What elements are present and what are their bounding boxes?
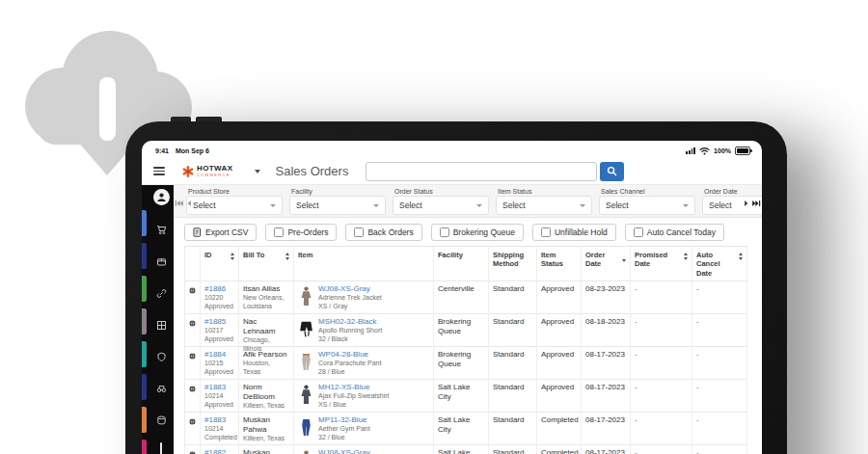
item-status-cell: Approved: [537, 347, 582, 380]
menu-icon[interactable]: [153, 167, 165, 175]
sidebar-item-cart[interactable]: [156, 214, 167, 246]
product-thumbnail: [298, 284, 313, 311]
product-store-select[interactable]: Select: [186, 196, 283, 215]
promised-date-cell: -: [631, 281, 692, 314]
table-row: #1884 10215 Approved Afik Pearson Housto…: [185, 347, 747, 380]
facility-cell: Centerville: [434, 281, 489, 314]
select-caret-icon: [270, 204, 276, 207]
order-status-select[interactable]: Select: [393, 196, 489, 215]
filter-product-store: Product Store Select: [186, 185, 283, 215]
header-promised-date[interactable]: Promised Date: [631, 247, 692, 280]
search-input[interactable]: [366, 162, 597, 181]
app-header: HOTWAX COMMERCE Sales Orders: [142, 158, 762, 185]
header-auto-cancel-date[interactable]: Auto Cancel Date: [692, 247, 747, 280]
skip-next-icon[interactable]: [752, 200, 761, 207]
table-row: #1883 10214 Approved Norm DeBloom Killee…: [185, 380, 747, 413]
order-id-link[interactable]: #1882: [204, 448, 234, 454]
table-row: #1882 10212 Completed Muskan Pahwa Jerse…: [185, 445, 747, 454]
bill-to-cell: Itsan Allias New Orleans, Louisiana: [239, 281, 294, 314]
auto-cancel-date-cell: -: [692, 413, 747, 446]
pre-orders-toggle[interactable]: Pre-Orders: [265, 224, 337, 241]
order-channel-cell: [185, 380, 201, 414]
dock-app-indicator: [142, 341, 147, 367]
sort-icon[interactable]: [285, 251, 289, 260]
item-status-cell: Completed: [537, 413, 582, 446]
shipping-method-cell: Standard: [489, 380, 537, 414]
product-sku-link[interactable]: MSH02-32-Black: [318, 317, 382, 327]
filter-item-status: Item Status Select: [496, 185, 592, 215]
globe-icon: [189, 450, 196, 454]
header-order-date[interactable]: Order Date: [582, 247, 631, 280]
shipping-method-cell: Standard: [489, 445, 537, 454]
sidebar-item-shield[interactable]: [156, 341, 167, 373]
dock-app-indicator: [142, 374, 147, 400]
order-id-link[interactable]: #1886: [204, 284, 234, 294]
filter-label: Order Date: [704, 188, 762, 195]
order-date-cell: 08-17-2023: [582, 380, 631, 414]
sales-channel-select[interactable]: Select: [599, 196, 695, 215]
search-button[interactable]: [600, 162, 624, 181]
sort-icon[interactable]: [684, 251, 688, 260]
filter-order-status: Order Status Select: [393, 185, 489, 215]
auto-cancel-today-toggle[interactable]: Auto Cancel Today: [625, 224, 724, 241]
back-orders-toggle[interactable]: Back Orders: [345, 224, 421, 241]
battery-percent: 100%: [714, 147, 731, 154]
header-shipping-method: Shipping Method: [489, 247, 537, 280]
order-id-link[interactable]: #1883: [204, 415, 234, 425]
order-id-link[interactable]: #1885: [204, 317, 234, 327]
export-csv-button[interactable]: Export CSV: [184, 224, 257, 241]
dock-app-indicator: [142, 210, 147, 236]
select-caret-icon: [580, 204, 585, 207]
sort-icon[interactable]: [231, 251, 234, 260]
auto-cancel-date-cell: -: [692, 347, 747, 380]
facility-select[interactable]: Select: [289, 196, 386, 215]
search-icon: [607, 166, 617, 176]
chevron-right-icon[interactable]: [744, 200, 749, 207]
product-sku-link[interactable]: WP04-28-Blue: [318, 350, 381, 360]
sidebar-item-grid[interactable]: [156, 309, 167, 341]
item-status-select[interactable]: Select: [496, 196, 592, 215]
sidebar-item-package[interactable]: [156, 246, 167, 278]
sidebar-item-database[interactable]: [156, 405, 167, 437]
auto-cancel-date-cell: -: [692, 281, 747, 314]
globe-icon: [189, 417, 196, 426]
header-item: Item: [294, 247, 434, 280]
page-background: 9:41 Mon Sep 6 100%: [0, 0, 868, 454]
sidebar-item-binoculars[interactable]: [156, 373, 167, 405]
sort-icon[interactable]: [739, 251, 743, 260]
filter-sales-channel: Sales Channel Select: [599, 185, 695, 215]
header-id[interactable]: ID: [201, 247, 239, 280]
logo-primary-text: HOTWAX: [197, 165, 233, 173]
item-status-cell: Approved: [537, 380, 582, 414]
user-avatar[interactable]: [153, 189, 170, 205]
app-switcher-caret-icon[interactable]: [255, 170, 260, 174]
item-status-cell: Approved: [537, 281, 582, 314]
orders-table: ID Bill To Item Facility Shipping Method…: [184, 246, 747, 454]
sidebar-item-link[interactable]: [156, 278, 167, 309]
hotwax-flower-icon: [182, 166, 194, 177]
header-bill-to[interactable]: Bill To: [239, 247, 294, 280]
bill-to-cell: Muskan Pahwa Jersey City, New Jersey: [239, 445, 294, 454]
header-channel: [185, 247, 201, 280]
promised-date-cell: -: [631, 347, 692, 380]
order-id-link[interactable]: #1883: [204, 383, 234, 392]
product-thumbnail: [298, 383, 313, 411]
globe-icon: [189, 286, 196, 295]
item-cell: WJ08-XS-Gray Adrienne Trek Jacket XS / G…: [294, 281, 434, 314]
skip-previous-icon[interactable]: [175, 200, 183, 207]
order-id-link[interactable]: #1884: [204, 350, 234, 360]
shipping-method-cell: Standard: [489, 281, 537, 314]
brokering-queue-toggle[interactable]: Brokering Queue: [431, 224, 524, 241]
product-sku-link[interactable]: WJ08-XS-Gray: [318, 448, 382, 454]
auto-cancel-date-cell: -: [692, 445, 747, 454]
sort-desc-icon[interactable]: [622, 251, 626, 262]
product-sku-link[interactable]: MH12-XS-Blue: [318, 383, 390, 392]
chevron-left-icon[interactable]: [186, 200, 192, 207]
order-id-cell: #1883 10214 Approved: [201, 380, 239, 414]
unfillable-hold-toggle[interactable]: Unfillable Hold: [532, 224, 616, 241]
action-bar: Export CSV Pre-Orders Back Orders B: [174, 218, 762, 246]
product-sku-link[interactable]: MP11-32-Blue: [318, 415, 370, 425]
order-id-cell: #1886 10220 Approved: [201, 281, 239, 314]
wifi-icon: [699, 147, 710, 155]
product-sku-link[interactable]: WJ08-XS-Gray: [318, 284, 382, 294]
